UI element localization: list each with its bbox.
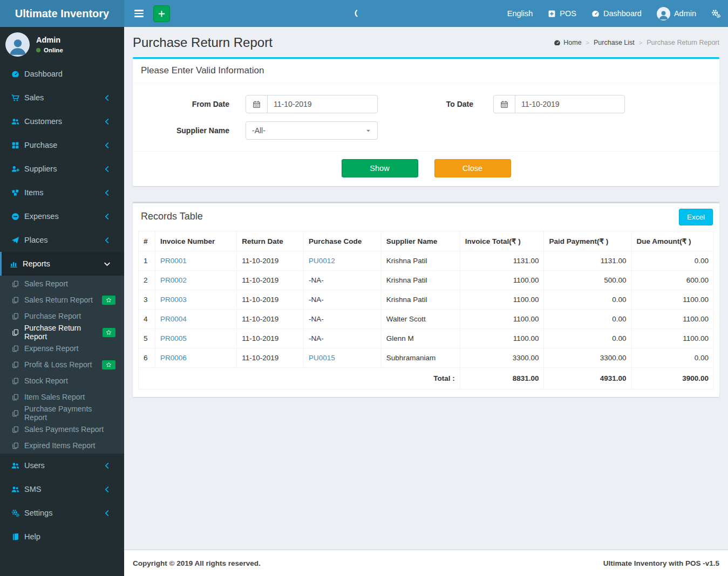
sidebar-item-customers[interactable]: Customers	[0, 109, 124, 133]
sidebar-item-suppliers[interactable]: Suppliers	[0, 157, 124, 181]
chevron-down-icon	[103, 260, 111, 268]
invoice-link[interactable]: PR0002	[160, 276, 187, 284]
breadcrumb: Home>Purchase List>Purchase Return Repor…	[554, 39, 719, 46]
table-row: 6PR000611-10-2019PU0015Subhramaniam3300.…	[139, 348, 714, 368]
sidebar-item-reports[interactable]: Reports	[0, 252, 124, 276]
copy-icon	[12, 394, 19, 401]
sidebar-item-sms[interactable]: SMS	[0, 477, 124, 501]
total-invoice: 8831.00	[460, 368, 544, 389]
sidebar-item-users[interactable]: Users	[0, 454, 124, 477]
column-header-purchase-code: Purchase Code	[303, 231, 381, 251]
submenu-item-purchase-report[interactable]: Purchase Report	[0, 308, 124, 324]
submenu-item-sales-payments-report[interactable]: Sales Payments Report	[0, 421, 124, 437]
calendar-icon	[494, 95, 515, 113]
breadcrumb-separator: >	[586, 39, 589, 46]
purchase-code-link[interactable]: PU0015	[309, 354, 335, 362]
purchase-code-link[interactable]: PU0012	[309, 257, 335, 265]
to-date-field	[493, 95, 625, 113]
reports-submenu: Sales ReportSales Return ReportPurchase …	[0, 276, 124, 454]
submenu-item-purchase-return-report[interactable]: Purchase Return Report	[0, 324, 124, 340]
invoice-link[interactable]: PR0006	[160, 354, 187, 362]
submenu-item-expense-report[interactable]: Expense Report	[0, 340, 124, 356]
user-avatar	[5, 32, 30, 57]
table-total-row: Total :8831.004931.003900.00	[139, 368, 714, 389]
column-header-paid-payment: Paid Payment(₹ )	[544, 231, 631, 251]
sidebar-item-purchase[interactable]: Purchase	[0, 133, 124, 157]
column-header-invoice-number: Invoice Number	[155, 231, 236, 251]
navbar: EnglishPOSDashboardAdmin	[124, 0, 728, 27]
cubes-icon	[11, 189, 19, 197]
favorite-star-badge[interactable]	[103, 328, 115, 337]
breadcrumb-purchase-list[interactable]: Purchase List	[594, 39, 635, 46]
invoice-link[interactable]: PR0003	[160, 296, 187, 304]
table-row: 3PR000311-10-2019-NA-Krishna Patil1100.0…	[139, 290, 714, 310]
invoice-link[interactable]: PR0004	[160, 315, 187, 323]
navbar-item-english[interactable]: English	[500, 0, 541, 27]
submenu-item-expired-items-report[interactable]: Expired Items Report	[0, 437, 124, 454]
online-dot-icon	[36, 48, 40, 52]
sidebar-item-sales[interactable]: Sales	[0, 86, 124, 109]
navbar-settings-button[interactable]	[704, 0, 728, 27]
sidebar-item-places[interactable]: Places	[0, 228, 124, 252]
sidebar-toggle-icon[interactable]	[132, 6, 146, 20]
from-date-field	[246, 95, 378, 113]
from-date-input[interactable]	[268, 95, 377, 113]
copy-icon	[12, 410, 19, 417]
close-button[interactable]: Close	[434, 159, 511, 177]
excel-export-button[interactable]: Excel	[679, 209, 713, 225]
navbar-item-admin[interactable]: Admin	[649, 0, 704, 27]
filter-panel-title: Please Enter Valid Information	[133, 59, 719, 83]
caret-down-icon	[365, 128, 371, 134]
supplier-select[interactable]: -All-	[246, 121, 378, 140]
submenu-item-sales-report[interactable]: Sales Report	[0, 276, 124, 292]
copy-icon	[12, 361, 19, 368]
submenu-item-item-sales-report[interactable]: Item Sales Report	[0, 389, 124, 405]
dashboard-icon	[591, 10, 600, 18]
from-date-label: From Date	[141, 100, 229, 108]
supplier-name-label: Supplier Name	[141, 126, 229, 135]
copy-icon	[12, 442, 19, 449]
sidebar-item-help[interactable]: Help	[0, 525, 124, 548]
show-button[interactable]: Show	[342, 159, 418, 177]
column-header-invoice-total: Invoice Total(₹ )	[460, 231, 544, 251]
to-date-input[interactable]	[515, 95, 624, 113]
copy-icon	[12, 426, 19, 433]
breadcrumb-home[interactable]: Home	[554, 39, 581, 46]
favorite-star-badge[interactable]	[102, 360, 115, 369]
plus-icon	[158, 10, 166, 18]
app-logo[interactable]: Ultimate Inventory	[0, 0, 124, 27]
sidebar-item-expenses[interactable]: Expenses	[0, 204, 124, 228]
user-plus-icon	[11, 165, 19, 173]
records-table: #Invoice NumberReturn DatePurchase CodeS…	[138, 231, 714, 389]
column-header-due-amount: Due Amount(₹ )	[631, 231, 714, 251]
quick-add-button[interactable]	[153, 5, 170, 22]
to-date-label: To Date	[378, 100, 473, 108]
submenu-item-stock-report[interactable]: Stock Report	[0, 373, 124, 389]
calendar-icon	[253, 100, 261, 108]
paper-plane-icon	[11, 236, 19, 244]
column-header-supplier-name: Supplier Name	[381, 231, 460, 251]
copy-icon	[12, 378, 19, 385]
users-icon	[11, 485, 19, 493]
records-panel-title: Records Table	[133, 203, 719, 230]
favorite-star-badge[interactable]	[102, 296, 115, 305]
invoice-link[interactable]: PR0001	[160, 257, 187, 265]
chevron-left-icon	[103, 236, 111, 244]
sidebar-item-items[interactable]: Items	[0, 181, 124, 204]
user-status: Online	[36, 47, 63, 53]
submenu-item-profit-loss-report[interactable]: Profit & Loss Report	[0, 356, 124, 373]
sidebar-item-dashboard[interactable]: Dashboard	[0, 62, 124, 86]
bar-chart-icon	[10, 260, 18, 268]
sidebar-item-settings[interactable]: Settings	[0, 501, 124, 525]
navbar-item-pos[interactable]: POS	[540, 0, 584, 27]
submenu-item-purchase-payments-report[interactable]: Purchase Payments Report	[0, 405, 124, 421]
chevron-left-icon	[103, 212, 111, 221]
navbar-avatar	[657, 7, 670, 20]
chevron-left-icon	[103, 189, 111, 197]
invoice-link[interactable]: PR0005	[160, 334, 187, 342]
users-icon	[11, 462, 19, 470]
calendar-icon	[246, 95, 268, 113]
copy-icon	[12, 297, 19, 304]
navbar-item-dashboard[interactable]: Dashboard	[584, 0, 649, 27]
submenu-item-sales-return-report[interactable]: Sales Return Report	[0, 292, 124, 308]
